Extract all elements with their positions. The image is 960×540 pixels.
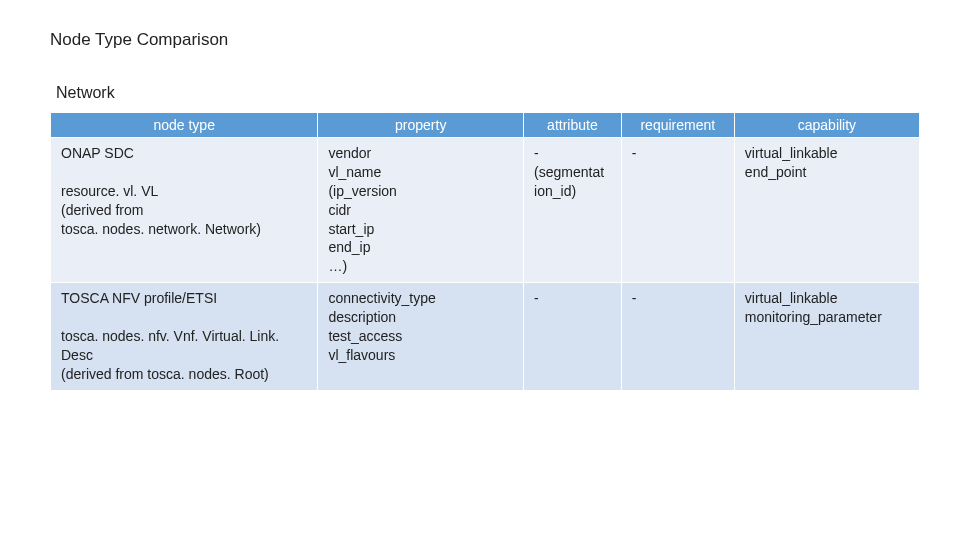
comparison-table: node type property attribute requirement… — [50, 112, 920, 391]
cell-capability: virtual_linkablemonitoring_parameter — [734, 283, 919, 390]
cell-attribute: -(segmentation_id) — [524, 138, 622, 283]
cell-attribute: - — [524, 283, 622, 390]
cell-requirement: - — [621, 283, 734, 390]
table-row: ONAP SDC resource. vl. VL(derived fromto… — [51, 138, 920, 283]
th-attribute: attribute — [524, 113, 622, 138]
table-row: TOSCA NFV profile/ETSI tosca. nodes. nfv… — [51, 283, 920, 390]
th-capability: capability — [734, 113, 919, 138]
cell-property: connectivity_typedescriptiontest_accessv… — [318, 283, 524, 390]
th-nodetype: node type — [51, 113, 318, 138]
cell-property: vendorvl_name(ip_versioncidrstart_ipend_… — [318, 138, 524, 283]
th-requirement: requirement — [621, 113, 734, 138]
cell-requirement: - — [621, 138, 734, 283]
cell-nodetype: ONAP SDC resource. vl. VL(derived fromto… — [51, 138, 318, 283]
cell-capability: virtual_linkableend_point — [734, 138, 919, 283]
table-header-row: node type property attribute requirement… — [51, 113, 920, 138]
cell-nodetype: TOSCA NFV profile/ETSI tosca. nodes. nfv… — [51, 283, 318, 390]
page-title: Node Type Comparison — [50, 30, 920, 50]
section-subtitle: Network — [56, 84, 920, 102]
th-property: property — [318, 113, 524, 138]
